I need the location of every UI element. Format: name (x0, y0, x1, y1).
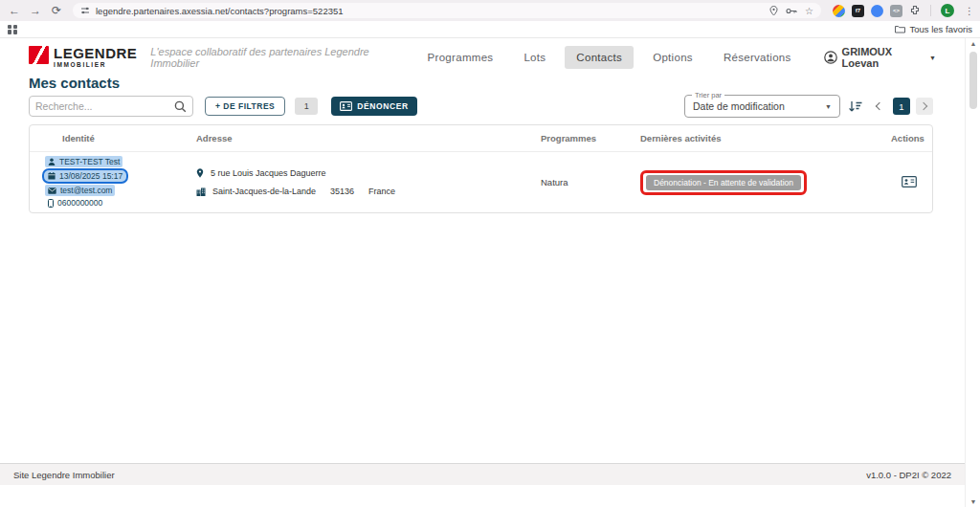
scroll-down-icon[interactable]: ▼ (966, 498, 980, 505)
extensions-puzzle-icon[interactable] (909, 5, 921, 16)
building-icon (196, 187, 206, 196)
legendre-logo[interactable]: LEGENDRE IMMOBILIER (29, 46, 137, 69)
extension-color-wheel-icon[interactable] (833, 5, 845, 17)
extension-code-icon[interactable]: <> (890, 5, 902, 17)
user-avatar-icon (824, 51, 837, 64)
nav-item-contacts[interactable]: Contacts (565, 46, 634, 69)
contacts-table: Identité Adresse Programmes Dernières ac… (29, 124, 933, 213)
sort-select[interactable]: Trier par Date de modification ▼ (684, 95, 840, 118)
all-bookmarks-button[interactable]: Tous les favoris (895, 24, 972, 34)
contact-card-action-icon[interactable] (902, 176, 917, 187)
logo-title: LEGENDRE (54, 46, 137, 60)
chevron-left-icon[interactable] (870, 98, 887, 115)
chevron-right-icon[interactable] (916, 98, 933, 115)
address-city: Saint-Jacques-de-la-Lande (212, 187, 316, 196)
phone-icon (48, 199, 54, 208)
program-cell: Natura (541, 177, 640, 187)
actions-cell (891, 176, 917, 189)
forward-icon[interactable]: → (27, 2, 44, 19)
contact-name: TEST-TEST Test (45, 156, 122, 167)
contact-date-annotated: 13/08/2025 15:17 (42, 168, 128, 184)
bookmarks-bar: Tous les favoris (0, 21, 980, 38)
more-filters-label: + DE FILTRES (215, 101, 275, 111)
main-nav: Programmes Lots Contacts Options Réserva… (416, 46, 936, 69)
scrollbar-thumb[interactable] (969, 52, 977, 109)
nav-item-reservations[interactable]: Réservations (712, 46, 803, 69)
address-city-line: Saint-Jacques-de-la-Lande 35136 France (196, 187, 541, 196)
denounce-label: DÉNONCER (357, 101, 408, 111)
user-menu[interactable]: GRIMOUX Loevan ▼ (824, 46, 936, 69)
site-tagline: L'espace collaboratif des partenaires Le… (150, 46, 415, 69)
pagination: 1 (870, 98, 933, 115)
contact-email: test@test.com (45, 185, 115, 196)
bookmark-star-icon[interactable]: ☆ (805, 6, 813, 16)
screen: ← → ⟳ legendre.partenaires.axessia.net/c… (0, 0, 980, 507)
toolbar-divider (930, 5, 931, 16)
contacts-toolbar: + DE FILTRES 1 DÉNONCER Trier par Date d… (29, 94, 933, 119)
sort-direction-icon[interactable] (848, 100, 862, 113)
sort-select-value: Date de modification (693, 100, 825, 112)
page-number-active[interactable]: 1 (893, 98, 910, 115)
browser-profile-avatar[interactable]: L (941, 4, 954, 17)
col-identity: Identité (45, 133, 196, 143)
passwords-icon[interactable] (786, 7, 797, 15)
nav-item-programmes[interactable]: Programmes (416, 46, 505, 69)
col-address: Adresse (196, 133, 541, 143)
address-bar[interactable]: legendre.partenaires.axessia.net/contact… (73, 3, 821, 18)
extension-blue-icon[interactable] (871, 5, 883, 17)
footer-version: v1.0.0 - DP2I © 2022 (866, 470, 951, 480)
reload-icon[interactable]: ⟳ (48, 2, 65, 19)
more-filters-button[interactable]: + DE FILTRES (205, 97, 285, 116)
nav-item-lots[interactable]: Lots (512, 46, 557, 69)
site-footer: Site Legendre Immobilier v1.0.0 - DP2I ©… (0, 463, 965, 485)
search-input[interactable] (35, 100, 174, 112)
page-title: Mes contacts (29, 75, 120, 91)
search-icon[interactable] (174, 100, 187, 113)
person-icon (48, 158, 56, 165)
col-programs: Programmes (541, 133, 640, 143)
address-street: 5 rue Louis Jacques Daguerre (196, 168, 541, 178)
col-actions: Actions (891, 133, 924, 143)
red-annotation-box: Dénonciation - En attente de validation (640, 170, 807, 195)
address-zip: 35136 (330, 187, 354, 196)
location-icon[interactable] (769, 6, 778, 16)
all-bookmarks-label: Tous les favoris (910, 24, 972, 34)
site-header: LEGENDRE IMMOBILIER L'espace collaborati… (29, 44, 936, 71)
back-icon[interactable]: ← (6, 2, 23, 19)
contact-phone: 0600000000 (45, 197, 105, 209)
sort-select-label: Trier par (692, 91, 724, 99)
extension-f7-icon[interactable]: f7 (852, 5, 864, 17)
extensions-strip: f7 <> L ⋮ (833, 4, 974, 17)
legendre-logo-icon (29, 46, 49, 64)
identity-cell: TEST-TEST Test 13/08/2025 15:17 test@tes… (45, 152, 196, 212)
denounce-button[interactable]: DÉNONCER (331, 97, 416, 116)
url-text: legendre.partenaires.axessia.net/contact… (96, 6, 764, 16)
logo-subtitle: IMMOBILIER (54, 62, 137, 69)
folder-icon (895, 25, 905, 33)
apps-grid-icon[interactable] (8, 25, 17, 34)
browser-toolbar: ← → ⟳ legendre.partenaires.axessia.net/c… (0, 0, 980, 21)
col-activities: Dernières activités (640, 133, 891, 143)
chevron-down-icon: ▼ (929, 55, 936, 61)
scroll-up-icon[interactable]: ▲ (966, 40, 980, 47)
site-info-icon[interactable] (80, 6, 90, 15)
nav-item-options[interactable]: Options (641, 46, 704, 69)
chevron-down-icon: ▼ (825, 103, 832, 110)
activity-cell: Dénonciation - En attente de validation (640, 170, 891, 195)
envelope-icon (48, 187, 56, 194)
user-name: GRIMOUX Loevan (842, 46, 923, 69)
site-content: LEGENDRE IMMOBILIER L'espace collaborati… (0, 38, 965, 485)
footer-left: Site Legendre Immobilier (13, 470, 115, 480)
contact-card-icon (340, 101, 352, 111)
address-country: France (368, 187, 395, 196)
table-header-row: Identité Adresse Programmes Dernières ac… (30, 125, 932, 152)
search-box (29, 96, 193, 117)
browser-menu-kebab-icon[interactable]: ⋮ (965, 6, 974, 16)
address-cell: 5 rue Louis Jacques Daguerre Saint-Jacqu… (196, 168, 541, 196)
activity-status-chip: Dénonciation - En attente de validation (646, 175, 801, 190)
calendar-icon (48, 172, 56, 180)
sort-controls: Trier par Date de modification ▼ 1 (684, 95, 933, 118)
table-row: TEST-TEST Test 13/08/2025 15:17 test@tes… (30, 152, 932, 212)
page-scrollbar[interactable]: ▲ ▼ (965, 38, 980, 507)
filters-count-badge: 1 (295, 98, 318, 115)
